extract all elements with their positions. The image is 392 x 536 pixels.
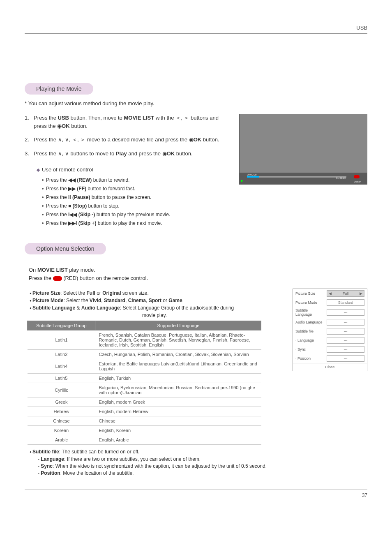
td-supported: English, Turkish: [96, 374, 261, 383]
t: and press the ◉: [127, 150, 167, 157]
sub-item: - Sync: When the video is not synchroniz…: [38, 463, 284, 469]
diamond-icon: [37, 168, 40, 171]
t: button.: [201, 136, 219, 143]
option-label: Subtitle Language: [295, 308, 324, 317]
option-field[interactable]: ---: [327, 328, 364, 335]
option-label: Audio Language: [295, 320, 324, 324]
remote-line: Press the ■ (Stop) button to stop.: [42, 202, 231, 210]
t: MOVIE LIST: [124, 115, 154, 121]
step-1-body: Press the USB button. Then, move to MOVI…: [34, 114, 231, 130]
remote-line: Press the ▶▶I (Skip +) button to play th…: [42, 219, 231, 227]
player-progress-fill: [247, 176, 259, 178]
option-row: Subtitle Language---: [293, 307, 367, 318]
table-row: ArabicEnglish, Arabic: [28, 435, 261, 445]
td-group: Latin2: [28, 350, 96, 359]
option-row: Audio Language---: [293, 318, 367, 327]
td-supported: English, Arabic: [96, 435, 261, 445]
table-row: GreekEnglish, modern Greek: [28, 397, 261, 407]
step-3-body: Press the ∧, ∨ buttons to move to Play a…: [34, 150, 231, 158]
player-progress: [247, 176, 346, 178]
t: Press the: [46, 220, 68, 226]
t: button to rewind.: [92, 177, 129, 183]
option-field[interactable]: ---: [327, 355, 364, 362]
option-field[interactable]: ---: [327, 309, 364, 316]
option-label: · Position: [295, 356, 324, 360]
bullet-icon: [42, 179, 44, 181]
t: Use of remote control: [42, 166, 93, 173]
player-col: 00:00:00 ▶ 01:46:13 Option: [239, 114, 367, 185]
t: button.: [70, 123, 88, 129]
option-row: Subtitle file---: [293, 327, 367, 336]
option-label: Option: [354, 180, 361, 183]
bullet-icon: [42, 214, 44, 215]
option-label: Subtitle file: [295, 329, 324, 333]
t: Press the: [46, 212, 68, 217]
language-table: Subtitle Language Group Supported Langua…: [27, 321, 261, 445]
list-item: Picture Mode: Select the Vivid, Standard…: [33, 298, 284, 303]
td-supported: English, modern Hebrew: [96, 407, 261, 416]
td-group: Greek: [28, 397, 96, 407]
t: USB: [58, 115, 69, 121]
t: button.: [175, 150, 192, 157]
t: MOVIE LIST: [37, 267, 68, 273]
option-row: · Language---: [293, 336, 367, 345]
option-intro: On MOVIE LIST play mode. Press the (RED)…: [29, 266, 367, 283]
option-label: · Language: [295, 338, 324, 342]
player-time-total: 01:46:13: [336, 177, 346, 179]
remote-line: Press the II (Pause) button to pause the…: [42, 194, 231, 201]
t: : The subtitle can be turned on or off.: [59, 449, 140, 455]
td-supported: English, Korean: [96, 426, 261, 435]
t: OK: [194, 136, 202, 143]
video-player-mock: 00:00:00 ▶ 01:46:13 Option: [239, 114, 367, 185]
step-1: 1. Press the USB button. Then, move to M…: [25, 114, 231, 130]
remote-icon: ◀◀ (REW): [68, 177, 92, 183]
remote-icon: I◀◀ (Skip -): [68, 212, 95, 217]
options-panel: Picture Size◀Full▶Picture ModeStandardSu…: [293, 289, 367, 371]
td-group: Hebrew: [28, 407, 96, 416]
option-field[interactable]: Standard: [327, 299, 364, 306]
list-item: Subtitle Language & Audio Language: Sele…: [33, 305, 284, 311]
th-group: Subtitle Language Group: [28, 321, 96, 330]
red-button-icon: [53, 276, 62, 281]
t: button to play the next movie.: [96, 220, 162, 226]
option-field[interactable]: ---: [327, 346, 364, 353]
table-row: Latin4Estonian, the Baltic languages Lat…: [28, 359, 261, 374]
option-field[interactable]: ---: [327, 337, 364, 344]
th-supported: Supported Language: [96, 321, 261, 330]
option-row: Picture ModeStandard: [293, 298, 367, 307]
close-button[interactable]: Close: [293, 363, 367, 371]
td-group: Cyrillic: [28, 383, 96, 397]
list-item: Picture Size: Select the Full or Origina…: [33, 290, 284, 296]
td-group: Latin1: [28, 330, 96, 350]
td-group: Arabic: [28, 435, 96, 445]
t: Press the: [46, 203, 68, 209]
remote-line: Press the ◀◀ (REW) button to rewind.: [42, 176, 231, 184]
red-button-icon: [354, 175, 360, 178]
center-note: movie play.: [25, 312, 284, 318]
step-2: 2. Press the ∧, ∨, ＜, ＞ move to a desire…: [25, 136, 231, 144]
step-1-num: 1.: [25, 114, 34, 130]
option-field[interactable]: ---: [327, 319, 364, 326]
play-icon: ▶: [241, 179, 243, 183]
remote-line: Press the I◀◀ (Skip -) button to play th…: [42, 211, 231, 218]
t: button. Then, move to: [69, 115, 124, 121]
td-supported: Czech, Hungarian, Polish, Romanian, Croa…: [96, 350, 261, 359]
page-number: 37: [25, 490, 367, 498]
t: Press the: [34, 115, 58, 121]
step-2-num: 2.: [25, 136, 34, 144]
option-field[interactable]: ◀Full▶: [327, 290, 364, 297]
list-item: Subtitle file: The subtitle can be turne…: [33, 449, 284, 455]
t: OK: [167, 150, 175, 157]
bullet-icon: [42, 188, 44, 189]
option-row: Picture Size◀Full▶: [293, 289, 367, 298]
table-row: Latin5English, Turkish: [28, 374, 261, 383]
table-row: CyrillicBulgarian, Byelorussian, Macedon…: [28, 383, 261, 397]
t: Press the: [29, 275, 53, 281]
remote-line: Press the ▶▶ (FF) button to forward fast…: [42, 185, 231, 192]
step-3: 3. Press the ∧, ∨ buttons to move to Pla…: [25, 150, 231, 158]
remote-title: Use of remote control: [37, 166, 231, 174]
options-desc: Picture Size: Select the Full or Origina…: [25, 289, 284, 477]
remote-icon: II (Pause): [68, 194, 90, 200]
t: On: [29, 267, 37, 273]
option-label: Picture Size: [295, 291, 324, 296]
